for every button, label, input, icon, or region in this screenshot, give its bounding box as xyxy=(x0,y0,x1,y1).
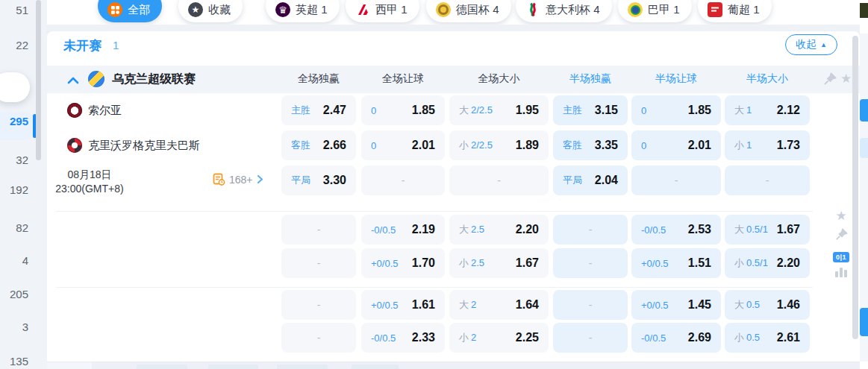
over-under-prefix: 大 xyxy=(459,299,469,310)
odds-label: +0/0.5 xyxy=(371,258,399,269)
sidebar-league-count[interactable]: 192 xyxy=(10,182,28,198)
odds-cell[interactable]: 大0.51.46 xyxy=(725,290,810,320)
sidebar-hover-pill[interactable] xyxy=(0,72,30,102)
sidebar-league-count[interactable]: 32 xyxy=(16,152,28,168)
odds-value: 1.46 xyxy=(777,298,800,312)
star-icon[interactable]: ★ xyxy=(840,72,852,86)
sidebar-league-count[interactable]: 22 xyxy=(16,37,28,54)
odds-label: 平局 xyxy=(291,174,310,187)
odds-label: 主胜 xyxy=(563,104,582,117)
odds-value: 2.66 xyxy=(323,139,346,152)
sidebar-league-count[interactable]: 295 xyxy=(10,113,28,130)
clipped-light-cell xyxy=(860,138,868,158)
more-markets-link[interactable]: 168+ xyxy=(213,173,263,186)
tab-brasileirao[interactable]: 巴甲 1 xyxy=(618,0,692,22)
odds-cell[interactable]: 小11.73 xyxy=(725,130,810,160)
odds-cell[interactable]: 平局2.04 xyxy=(553,165,628,195)
league-header-row[interactable]: 乌克兰超级联赛 全场独赢全场让球全场大小半场独赢半场让球半场大小 ★ xyxy=(47,66,860,93)
odds-cell[interactable]: -0/0.52.33 xyxy=(361,323,445,353)
odds-cell-empty: - xyxy=(553,248,628,278)
odds-cell[interactable]: 主胜3.15 xyxy=(553,95,628,125)
away-team-name: 克里沃罗格克里夫巴斯 xyxy=(88,139,200,153)
sidebar-league-count[interactable]: 51 xyxy=(16,2,28,19)
odds-label: 小2.5 xyxy=(459,256,484,270)
odds-cell[interactable]: 02.01 xyxy=(361,130,445,160)
odds-cell[interactable]: 平局3.30 xyxy=(281,165,356,195)
odds-cell[interactable]: +0/0.51.51 xyxy=(631,248,721,278)
tab-strip: 全部★收藏♛英超 1西甲 1德国杯 4意大利杯 4巴甲 1葡超 1 xyxy=(47,0,860,25)
odds-cell[interactable]: +0/0.51.61 xyxy=(361,290,445,320)
tab-liga-portugal[interactable]: 葡超 1 xyxy=(698,0,772,22)
sidebar-league-count[interactable]: 135 xyxy=(10,353,28,369)
odds-cell[interactable]: 客胜2.66 xyxy=(281,130,356,160)
odds-cell-empty: - xyxy=(553,290,628,320)
odds-cell[interactable]: 02.01 xyxy=(631,130,721,160)
sidebar-league-count[interactable]: 205 xyxy=(10,286,28,303)
odds-cell[interactable]: +0/0.51.45 xyxy=(631,290,721,320)
tab-coppa-italia[interactable]: 意大利杯 4 xyxy=(516,0,612,22)
odds-cell[interactable]: -0/0.52.53 xyxy=(631,215,721,245)
clipped-blue-cell xyxy=(860,308,868,336)
tab-german-cup[interactable]: 德国杯 4 xyxy=(426,0,511,22)
odds-cell[interactable]: 01.85 xyxy=(631,95,721,125)
sidebar-scrollbar-thumb[interactable] xyxy=(36,0,41,160)
odds-label: 0 xyxy=(371,105,376,116)
over-under-prefix: 小 xyxy=(734,332,744,343)
empty-odds-dash: - xyxy=(497,174,501,186)
odds-cell-empty: - xyxy=(725,165,810,195)
tab-all[interactable]: 全部 xyxy=(98,0,162,22)
sidebar-league-count[interactable]: 4 xyxy=(22,253,28,269)
odds-cell-empty: - xyxy=(281,323,356,353)
odds-cell[interactable]: 小2/2.51.89 xyxy=(449,130,549,160)
odds-cell[interactable]: 大2.52.20 xyxy=(449,215,549,245)
tab-laliga[interactable]: 西甲 1 xyxy=(346,0,419,22)
chevron-up-icon[interactable] xyxy=(67,75,79,88)
odds-cell[interactable]: -0/0.52.69 xyxy=(631,323,721,353)
tab-label: 全部 xyxy=(128,3,150,17)
league-name: 乌克兰超级联赛 xyxy=(112,72,196,87)
pin-icon[interactable] xyxy=(823,72,837,89)
odds-cell[interactable]: 小2.51.67 xyxy=(449,248,549,278)
empty-odds-dash: - xyxy=(589,299,593,311)
odds-cell[interactable]: 小0.52.61 xyxy=(725,323,810,353)
odds-value: 3.30 xyxy=(323,174,346,187)
odds-value: 2.04 xyxy=(595,174,618,187)
odds-cell[interactable]: +0/0.51.70 xyxy=(361,248,445,278)
odds-cell[interactable]: 01.85 xyxy=(361,95,445,125)
odds-value: 1.95 xyxy=(516,104,539,117)
empty-odds-dash: - xyxy=(675,174,678,186)
home-team-name: 索尔亚 xyxy=(88,104,122,118)
tab-label: 收藏 xyxy=(208,3,231,17)
odds-label: +0/0.5 xyxy=(641,300,669,311)
odds-cell[interactable]: 大21.64 xyxy=(449,290,549,320)
odds-cell[interactable]: 大12.12 xyxy=(725,95,810,125)
odds-cell[interactable]: 大0.5/11.67 xyxy=(725,215,810,245)
tab-label: 葡超 1 xyxy=(728,3,760,17)
odds-value: 1.64 xyxy=(516,298,539,312)
collapse-button[interactable]: 收起 ▲ xyxy=(785,34,837,55)
odds-cell[interactable]: 客胜3.35 xyxy=(553,130,628,160)
panel-scrollbar-thumb[interactable] xyxy=(852,36,858,339)
over-under-prefix: 小 xyxy=(459,332,469,343)
odds-cell[interactable]: 小22.25 xyxy=(449,323,549,353)
away-team-row: 克里沃罗格克里夫巴斯 xyxy=(67,130,200,160)
ukraine-league-icon xyxy=(88,71,104,87)
odds-label: 大0.5 xyxy=(734,298,760,312)
over-under-prefix: 大 xyxy=(734,299,744,310)
odds-cell[interactable]: 大2/2.51.95 xyxy=(449,95,549,125)
odds-cell[interactable]: 小0.5/12.20 xyxy=(725,248,810,278)
odds-cell-empty: - xyxy=(631,165,721,195)
odds-label: 0 xyxy=(641,140,646,151)
portugal-league-icon xyxy=(708,2,722,17)
odds-cell[interactable]: -0/0.52.19 xyxy=(361,215,445,245)
tab-favorites[interactable]: ★收藏 xyxy=(178,0,243,22)
tab-premier-league[interactable]: ♛英超 1 xyxy=(266,0,340,22)
tab-label: 英超 1 xyxy=(296,3,328,17)
sidebar-league-count[interactable]: 3 xyxy=(22,319,28,335)
odds-value: 1.85 xyxy=(412,104,435,117)
odds-cell[interactable]: 主胜2.47 xyxy=(281,95,356,125)
odds-value: 1.89 xyxy=(516,139,539,152)
next-section-pill xyxy=(208,365,258,369)
sidebar-league-count[interactable]: 82 xyxy=(16,220,28,236)
odds-value: 2.61 xyxy=(777,331,800,344)
